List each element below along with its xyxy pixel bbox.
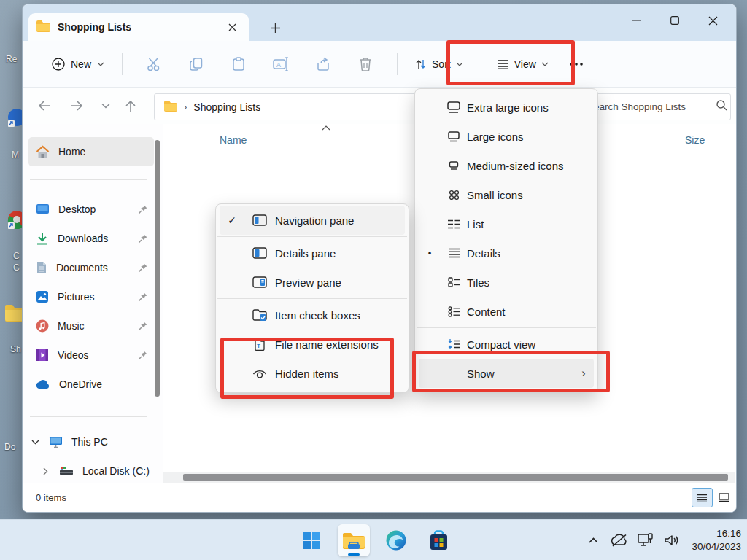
hidden-icons-chevron[interactable] (584, 531, 603, 550)
chevron-down-icon[interactable] (30, 440, 40, 445)
content-view-icon (441, 306, 467, 317)
thumbnail-view-toggle[interactable] (713, 488, 735, 508)
desktop-screen: Re M C C Sh Do Shopping Lists (0, 0, 747, 560)
show-submenu-item-preview-pane[interactable]: Preview pane (220, 268, 405, 297)
edge-taskbar-icon[interactable] (380, 524, 412, 556)
toolbar-divider (122, 53, 123, 75)
show-submenu-item-hidden-items[interactable]: Hidden items (220, 359, 405, 388)
sidebar-item-videos[interactable]: Videos (28, 341, 154, 370)
view-menu-item-small-icons[interactable]: Small icons (419, 180, 594, 209)
search-input[interactable] (587, 101, 716, 112)
sidebar-item-desktop[interactable]: Desktop (28, 195, 154, 224)
start-button[interactable] (295, 524, 328, 556)
file-name-extensions-icon: T (244, 338, 275, 351)
home-icon (36, 145, 50, 158)
new-tab-button[interactable] (265, 19, 285, 36)
sidebar-divider (30, 179, 147, 180)
show-submenu: ✓ Navigation pane Details pane Preview p… (215, 203, 409, 393)
sidebar-item-onedrive[interactable]: OneDrive (28, 370, 154, 399)
small-icons-icon (441, 190, 467, 201)
tab-title: Shopping Lists (58, 21, 222, 33)
details-view-toggle[interactable] (692, 488, 713, 508)
copy-button[interactable] (175, 50, 217, 79)
sidebar-item-local-disk-c[interactable]: Local Disk (C:) (28, 456, 154, 486)
sidebar-item-documents[interactable]: Documents (28, 253, 154, 282)
column-header-size[interactable]: Size (685, 134, 705, 146)
sidebar-item-this-pc[interactable]: This PC (28, 427, 154, 456)
view-button[interactable]: View (489, 52, 556, 76)
see-more-button[interactable] (562, 50, 591, 79)
sidebar-item-music[interactable]: Music (28, 311, 154, 341)
tiles-view-icon (441, 277, 467, 287)
sidebar-item-downloads[interactable]: Downloads (28, 224, 154, 253)
rename-button[interactable]: A (260, 50, 302, 79)
volume-icon[interactable] (662, 531, 681, 550)
new-button[interactable]: New (44, 52, 112, 77)
status-divider (80, 489, 80, 505)
view-menu-item-compact-view[interactable]: Compact view (419, 330, 594, 359)
file-explorer-taskbar-icon[interactable] (338, 524, 370, 556)
sidebar-item-pictures[interactable]: Pictures (28, 282, 154, 311)
sidebar-item-home[interactable]: Home (28, 137, 154, 166)
clock-date: 30/04/2023 (692, 540, 741, 553)
item-check-boxes-icon (244, 309, 275, 322)
view-menu-item-show[interactable]: Show › (419, 359, 594, 388)
sort-ascending-icon (322, 125, 330, 131)
view-menu-item-extra-large-icons[interactable]: Extra large icons (419, 93, 594, 122)
view-menu-item-large-icons[interactable]: Large icons (419, 122, 594, 151)
hidden-items-eye-icon (244, 368, 275, 378)
close-button[interactable] (694, 4, 732, 36)
details-view-icon (441, 248, 467, 258)
show-submenu-item-item-check-boxes[interactable]: Item check boxes (220, 300, 405, 330)
delete-button[interactable] (344, 50, 387, 79)
column-header-name[interactable]: Name (220, 134, 247, 146)
view-menu-item-medium-sized-icons[interactable]: Medium-sized icons (419, 151, 594, 180)
view-menu-item-tiles[interactable]: Tiles (419, 268, 594, 297)
sidebar-scrollbar[interactable] (155, 140, 160, 397)
titlebar[interactable]: Shopping Lists (23, 4, 736, 41)
network-icon[interactable] (636, 531, 655, 550)
documents-icon (36, 261, 47, 274)
taskbar: 16:16 30/04/2023 (0, 519, 747, 560)
horizontal-scrollbar-thumb[interactable] (183, 474, 728, 481)
view-menu-item-details[interactable]: • Details (419, 238, 594, 268)
view-menu-item-list[interactable]: List (419, 209, 594, 238)
pin-icon (138, 262, 148, 273)
onedrive-offline-icon[interactable] (610, 531, 629, 550)
command-toolbar: New A Sor (23, 41, 736, 88)
taskbar-clock[interactable]: 16:16 30/04/2023 (692, 527, 741, 553)
menu-divider (417, 327, 596, 328)
show-submenu-item-details-pane[interactable]: Details pane (220, 238, 405, 268)
show-submenu-item-navigation-pane[interactable]: ✓ Navigation pane (220, 206, 405, 235)
sidebar-divider (30, 416, 147, 417)
minimize-button[interactable] (618, 4, 656, 36)
maximize-button[interactable] (656, 4, 694, 36)
chevron-down-icon (456, 62, 463, 66)
recent-locations-chevron[interactable] (94, 95, 117, 117)
share-button[interactable] (302, 50, 344, 79)
view-menu-item-content[interactable]: Content (419, 297, 594, 326)
breadcrumb: Shopping Lists (193, 101, 260, 113)
paste-button[interactable] (217, 50, 260, 79)
forward-button[interactable] (65, 95, 88, 117)
search-box[interactable] (581, 93, 731, 120)
desktop-icon-label: M (12, 149, 19, 160)
pictures-icon (36, 290, 49, 303)
submenu-arrow-icon: › (573, 367, 594, 380)
folder-icon (36, 20, 50, 35)
up-button[interactable] (119, 95, 142, 117)
back-button[interactable] (33, 95, 56, 117)
videos-icon (36, 349, 49, 362)
explorer-tab[interactable]: Shopping Lists (28, 13, 249, 41)
chevron-right-icon[interactable] (40, 467, 50, 475)
svg-text:A: A (276, 61, 281, 68)
cut-button[interactable] (133, 50, 175, 79)
microsoft-store-taskbar-icon[interactable] (422, 524, 454, 556)
horizontal-scrollbar-track[interactable] (163, 472, 735, 483)
show-submenu-item-file-name-extensions[interactable]: T File name extensions (220, 330, 405, 359)
view-lines-icon (497, 59, 509, 69)
sort-button[interactable]: Sort (408, 52, 471, 76)
tab-close-icon[interactable] (222, 18, 241, 36)
medium-icons-icon (441, 160, 467, 171)
plus-circle-icon (52, 58, 65, 71)
